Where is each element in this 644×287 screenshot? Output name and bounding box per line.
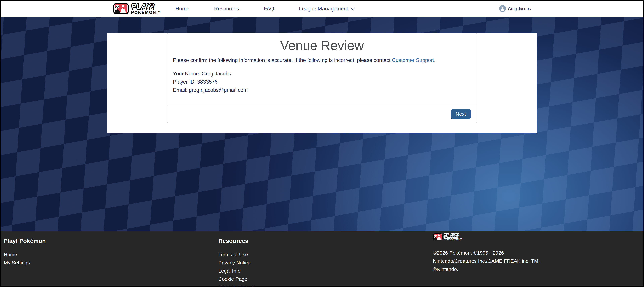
footer-link-home[interactable]: Home [4,250,215,259]
copyright-text: ©2026 Pokémon. ©1995 - 2026 Nintendo/Cre… [433,249,644,273]
customer-support-link[interactable]: Customer Support [392,57,434,63]
play-pokemon-logo[interactable]: PLAY! POKÉMON.TM [113,3,160,14]
wordmark-pokemon: POKÉMON. [131,10,158,15]
user-menu[interactable]: Greg Jacobs [499,5,531,12]
footer-link-privacy-notice[interactable]: Privacy Notice [218,259,430,267]
copyright-line-3: ®Nintendo. [433,265,644,273]
wordmark-tm: TM [158,11,160,13]
play-pokemon-logo-icon [113,3,129,14]
footer-logo-wrap: PLAY! POKÉMON.TM [433,233,470,245]
navbar-inner: PLAY! POKÉMON.TM Home Resources FAQ Leag… [107,0,537,17]
footer-wordmark: PLAY! POKÉMON.TM [444,233,462,241]
footer-wordmark-pokemon: POKÉMON. [444,238,460,241]
nav-resources[interactable]: Resources [214,6,239,12]
copyright-line-1: ©2026 Pokémon. ©1995 - 2026 [433,249,644,257]
next-button[interactable]: Next [451,109,471,119]
copyright-line-2: Nintendo/Creatures Inc./GAME FREAK inc. … [433,257,644,265]
wordmark-play: PLAY! [131,3,160,10]
email-line: Email: greg.r.jacobs@gmail.com [173,86,471,94]
your-name-line: Your Name: Greg Jacobs [173,69,471,78]
play-pokemon-wordmark: PLAY! POKÉMON.TM [131,3,160,14]
nav-home[interactable]: Home [176,6,190,12]
confirmation-text-before: Please confirm the following information… [173,57,392,63]
nav-league-management[interactable]: League Management [299,6,354,12]
footer-heading-resources: Resources [218,238,430,244]
footer-play-pokemon-logo: PLAY! POKÉMON.TM [433,233,470,241]
footer-column-resources: Resources Terms of Use Privacy Notice Le… [215,231,430,287]
footer-link-my-settings[interactable]: My Settings [4,259,215,267]
player-info: Your Name: Greg Jacobs Player ID: 383357… [173,69,471,94]
footer-link-terms-of-use[interactable]: Terms of Use [218,250,430,259]
footer-play-pokemon-logo-icon [433,233,442,241]
footer-wordmark-play: PLAY! [444,233,462,238]
footer-link-cookie-page[interactable]: Cookie Page [218,275,430,283]
venue-review-card: Venue Review Please confirm the followin… [166,33,478,123]
nav-league-management-label: League Management [299,6,348,12]
primary-nav: Home Resources FAQ League Management [176,6,354,12]
footer-wordmark-tm: TM [460,238,462,240]
top-navbar: PLAY! POKÉMON.TM Home Resources FAQ Leag… [0,0,644,17]
chevron-down-icon [350,6,355,10]
footer-column-legal: PLAY! POKÉMON.TM ©2026 Pokémon. ©1995 - … [429,231,644,287]
content-panel: Venue Review Please confirm the followin… [107,33,537,133]
footer-link-contact-support[interactable]: Contact Support [218,283,430,287]
player-id-line: Player ID: 3833576 [173,78,471,86]
main-background: Venue Review Please confirm the followin… [0,17,644,231]
page-title: Venue Review [173,39,471,52]
page-footer: Play! Pokémon Home My Settings Resources… [0,231,644,287]
footer-link-legal-info[interactable]: Legal Info [218,267,430,275]
footer-column-play-pokemon: Play! Pokémon Home My Settings [0,231,215,287]
confirmation-text-after: . [434,57,436,63]
nav-faq[interactable]: FAQ [264,6,274,12]
user-name: Greg Jacobs [508,6,531,11]
venue-review-card-footer: Next [167,105,477,123]
avatar [499,5,506,12]
venue-review-card-body: Venue Review Please confirm the followin… [167,33,477,105]
confirmation-text: Please confirm the following information… [173,56,471,64]
person-icon [499,5,506,12]
page: PLAY! POKÉMON.TM Home Resources FAQ Leag… [0,0,644,287]
footer-heading-play-pokemon: Play! Pokémon [4,238,215,244]
